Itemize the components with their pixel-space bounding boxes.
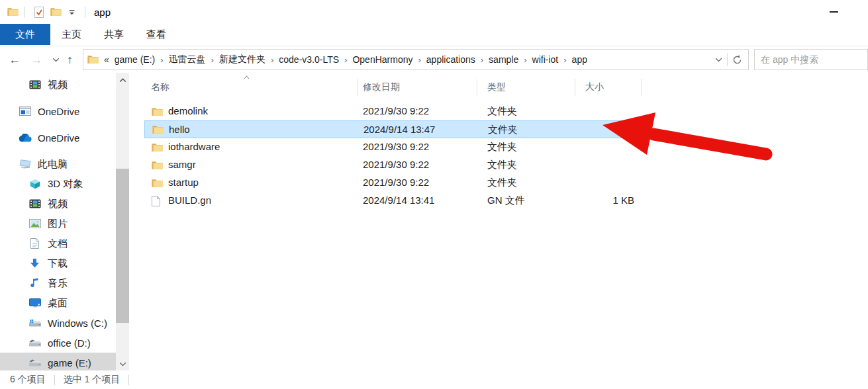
column-header-type[interactable]: 类型	[487, 81, 506, 93]
qat-dropdown-icon[interactable]	[68, 9, 75, 15]
sidebar-item-11[interactable]: Windows (C:)	[0, 313, 116, 333]
file-name: demolink	[168, 103, 208, 120]
titlebar-divider	[85, 7, 85, 18]
column-divider[interactable]	[575, 79, 575, 96]
sidebar-item-9[interactable]: 音乐	[0, 273, 116, 293]
qat-new-folder-icon[interactable]	[50, 7, 62, 17]
sidebar-item-10[interactable]: 桌面	[0, 293, 116, 313]
file-row-BUILD.gn[interactable]: BUILD.gn2024/9/14 13:41GN 文件1 KB	[144, 192, 640, 210]
file-size: 1 KB	[568, 192, 634, 209]
chevron-right-icon[interactable]: ›	[210, 55, 215, 65]
sidebar-scrollbar[interactable]	[116, 73, 129, 370]
chevron-right-icon[interactable]: ›	[416, 55, 422, 65]
breadcrumb-item[interactable]: wifi-iot	[528, 54, 563, 65]
desktop-icon	[28, 298, 42, 308]
sidebar-item-4[interactable]: 3D 对象	[0, 174, 116, 194]
onedrive-cloud-icon	[18, 134, 32, 142]
file-type: 文件夹	[487, 103, 517, 120]
sidebar-item-12[interactable]: office (D:)	[0, 333, 116, 353]
file-type: 文件夹	[487, 138, 517, 155]
up-button[interactable]: ↑	[67, 54, 73, 65]
scrollbar-down-icon[interactable]	[116, 359, 129, 368]
sidebar-item-label: 图片	[48, 218, 68, 230]
address-bar[interactable]: « game (E:)›迅雷云盘›新建文件夹›code-v3.0-LTS›Ope…	[83, 49, 749, 70]
statusbar-divider	[128, 375, 129, 385]
status-bar: 6 个项目 选中 1 个项目	[0, 370, 868, 389]
sidebar-item-3[interactable]: 此电脑	[0, 154, 116, 174]
cube-icon	[28, 179, 42, 189]
sidebar-item-1[interactable]: OneDrive	[0, 101, 116, 121]
window-folder-icon	[7, 7, 19, 17]
file-date: 2021/9/30 9:22	[363, 138, 429, 155]
scrollbar-thumb[interactable]	[116, 169, 129, 323]
search-input[interactable]	[754, 49, 868, 70]
forward-button[interactable]: →	[30, 54, 42, 65]
chevron-right-icon[interactable]: ›	[343, 55, 348, 65]
breadcrumb-item[interactable]: 新建文件夹	[215, 54, 269, 65]
sidebar-item-label: 下载	[48, 257, 68, 270]
folder-icon	[152, 161, 163, 170]
file-row-samgr[interactable]: samgr2021/9/30 9:22文件夹	[144, 156, 640, 174]
column-divider[interactable]	[477, 79, 477, 96]
breadcrumb-item[interactable]: 迅雷云盘	[165, 54, 210, 65]
file-row-iothardware[interactable]: iothardware2021/9/30 9:22文件夹	[144, 138, 640, 156]
file-list-pane: 名称 修改日期 类型 大小 demolink2021/9/30 9:22文件夹h…	[132, 73, 868, 370]
tab-共享[interactable]: 共享	[93, 24, 135, 45]
sidebar-item-6[interactable]: 图片	[0, 214, 116, 234]
sort-ascending-icon	[244, 75, 250, 79]
address-bar-divider	[727, 53, 728, 66]
chevron-right-icon[interactable]: ›	[522, 55, 528, 65]
tab-文件[interactable]: 文件	[0, 24, 50, 45]
sidebar-item-label: game (E:)	[48, 357, 91, 368]
minimize-icon	[830, 11, 838, 13]
column-divider[interactable]	[357, 79, 358, 96]
sidebar-item-0[interactable]: 视频	[0, 75, 116, 95]
chevron-right-icon[interactable]: ›	[562, 55, 567, 65]
column-header-size[interactable]: 大小	[585, 81, 604, 93]
breadcrumb-item[interactable]: sample	[485, 54, 522, 65]
folder-icon	[152, 125, 164, 134]
address-dropdown-chevron-icon[interactable]	[715, 58, 722, 62]
sidebar-item-5[interactable]: 视频	[0, 194, 116, 214]
minimize-button[interactable]	[824, 5, 844, 19]
sidebar-item-label: Windows (C:)	[48, 318, 107, 329]
back-button[interactable]: ←	[9, 54, 21, 65]
breadcrumb-item[interactable]: game (E:)	[111, 54, 159, 65]
file-type: 文件夹	[487, 174, 517, 191]
sidebar-item-label: 视频	[48, 198, 68, 210]
sidebar-item-8[interactable]: 下载	[0, 253, 116, 273]
tab-查看[interactable]: 查看	[135, 24, 177, 45]
sidebar-item-13[interactable]: game (E:)	[0, 353, 116, 370]
sidebar-item-7[interactable]: 文档	[0, 234, 116, 253]
chevron-right-icon[interactable]: ›	[479, 55, 485, 65]
file-name: startup	[168, 174, 199, 191]
file-row-hello[interactable]: hello2024/9/14 13:47文件夹	[144, 120, 640, 138]
scrollbar-up-icon[interactable]	[116, 75, 129, 85]
qat-check-file-icon[interactable]	[34, 7, 44, 18]
navbar: ← → ↑ « game (E:)›迅雷云盘›新建文件夹›code-v3.0-L…	[0, 46, 868, 73]
recent-locations-chevron-icon[interactable]	[52, 58, 60, 62]
breadcrumb-item[interactable]: OpenHarmony	[348, 54, 416, 65]
sidebar-item-label: 音乐	[48, 277, 68, 290]
ribbon-tabs: 文件主页共享查看	[0, 24, 868, 46]
chevron-right-icon[interactable]: ›	[159, 55, 164, 65]
refresh-icon[interactable]	[732, 55, 742, 65]
column-header-name[interactable]: 名称	[151, 81, 169, 93]
breadcrumb-overflow-chevron[interactable]: «	[104, 54, 109, 65]
sidebar-item-2[interactable]: OneDrive	[0, 128, 116, 148]
file-row-startup[interactable]: startup2021/9/30 9:22文件夹	[144, 174, 640, 192]
breadcrumb-item[interactable]: app	[568, 54, 591, 65]
download-icon	[28, 258, 42, 269]
breadcrumb-item[interactable]: applications	[422, 54, 479, 65]
sidebar-item-label: office (D:)	[48, 337, 91, 349]
sidebar-item-label: 3D 对象	[48, 178, 83, 191]
breadcrumb-item[interactable]: code-v3.0-LTS	[275, 54, 343, 65]
chevron-right-icon[interactable]: ›	[269, 55, 275, 65]
file-row-demolink[interactable]: demolink2021/9/30 9:22文件夹	[144, 103, 640, 120]
file-name: BUILD.gn	[168, 192, 211, 209]
column-divider[interactable]	[641, 79, 642, 96]
file-date: 2024/9/14 13:41	[363, 192, 434, 209]
address-bar-controls	[715, 53, 744, 66]
tab-主页[interactable]: 主页	[50, 24, 93, 45]
column-header-date[interactable]: 修改日期	[363, 81, 400, 93]
